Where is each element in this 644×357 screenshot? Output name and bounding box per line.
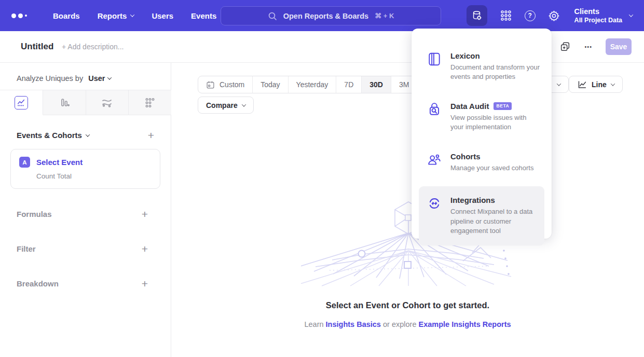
chevron-down-icon bbox=[611, 81, 615, 86]
nav-item-reports[interactable]: Reports bbox=[98, 11, 134, 20]
breakdown-section: Breakdown + bbox=[17, 254, 148, 289]
grid-icon bbox=[500, 9, 512, 22]
analyze-by-dropdown[interactable]: User bbox=[88, 74, 105, 83]
save-button[interactable]: Save bbox=[606, 38, 632, 55]
apps-grid-button[interactable] bbox=[500, 9, 512, 22]
menu-item-lexicon[interactable]: Lexicon Document and transform your even… bbox=[412, 45, 552, 88]
filter-label: Filter bbox=[17, 244, 36, 253]
chart-style-dropdown[interactable]: Line bbox=[569, 76, 623, 93]
nav-icon-group: ? Clients All Project Data bbox=[467, 0, 633, 31]
tab-flow-chart[interactable] bbox=[86, 90, 129, 115]
event-card[interactable]: A Select Event Count Total bbox=[10, 149, 160, 189]
mixpanel-insights-page: Boards Reports Users Events Open Reports… bbox=[0, 0, 644, 357]
cohorts-users-icon bbox=[427, 152, 442, 173]
data-audit-icon bbox=[427, 102, 442, 132]
database-gear-icon bbox=[471, 10, 483, 21]
menu-item-cohorts[interactable]: Cohorts Manage your saved cohorts bbox=[412, 146, 552, 179]
nav-item-events[interactable]: Events bbox=[191, 11, 216, 20]
date-range-today[interactable]: Today bbox=[253, 76, 288, 93]
empty-state: Select an Event or Cohort to get started… bbox=[171, 300, 644, 328]
help-button[interactable]: ? bbox=[525, 10, 536, 21]
nav-item-boards[interactable]: Boards bbox=[53, 11, 80, 20]
example-reports-link[interactable]: Example Insights Reports bbox=[418, 320, 511, 328]
integrations-sync-icon bbox=[427, 196, 442, 236]
add-filter-button[interactable]: + bbox=[142, 243, 148, 254]
insights-basics-link[interactable]: Insights Basics bbox=[326, 320, 381, 328]
data-management-menu: Lexicon Document and transform your even… bbox=[412, 29, 552, 239]
search-shortcut: ⌘ + K bbox=[375, 12, 394, 20]
empty-state-title: Select an Event or Cohort to get started… bbox=[171, 300, 644, 310]
data-management-button[interactable] bbox=[467, 5, 487, 26]
line-chart-icon bbox=[15, 96, 28, 109]
chevron-down-icon bbox=[241, 102, 245, 106]
add-breakdown-button[interactable]: + bbox=[142, 278, 148, 289]
report-title[interactable]: Untitled bbox=[21, 42, 53, 52]
date-range-custom[interactable]: Custom bbox=[198, 76, 253, 93]
event-letter-badge: A bbox=[19, 157, 30, 168]
project-switcher[interactable]: Clients All Project Data bbox=[574, 7, 633, 25]
project-name: All Project Data bbox=[574, 16, 622, 25]
chart-type-tabs bbox=[0, 90, 171, 115]
analyze-uniques-control: Analyze Uniques by User bbox=[17, 74, 171, 83]
report-canvas: Custom Today Yesterday 7D 30D 3M 6M Comp… bbox=[171, 63, 644, 357]
beta-badge: BETA bbox=[494, 102, 512, 110]
chevron-down-icon bbox=[130, 12, 134, 17]
org-name: Clients bbox=[574, 7, 622, 16]
gear-icon bbox=[548, 10, 560, 22]
calendar-icon bbox=[206, 80, 215, 89]
line-chart-icon bbox=[577, 79, 587, 89]
more-options-button[interactable]: ••• bbox=[584, 44, 592, 50]
formulas-label: Formulas bbox=[17, 210, 52, 218]
date-range-7d[interactable]: 7D bbox=[336, 76, 362, 93]
add-formula-button[interactable]: + bbox=[142, 209, 148, 219]
breakdown-label: Breakdown bbox=[17, 279, 59, 288]
menu-item-data-audit[interactable]: Data Audit BETA View possible issues wit… bbox=[412, 95, 552, 139]
date-range-30d[interactable]: 30D bbox=[362, 76, 391, 93]
events-cohorts-title[interactable]: Events & Cohorts bbox=[17, 131, 82, 140]
nav-item-users[interactable]: Users bbox=[152, 11, 173, 20]
chevron-down-icon bbox=[557, 81, 561, 86]
date-range-yesterday[interactable]: Yesterday bbox=[289, 76, 337, 93]
query-sidebar: Analyze Uniques by User bbox=[0, 63, 171, 357]
menu-item-integrations[interactable]: Integrations Connect Mixpanel to a data … bbox=[419, 186, 544, 245]
add-event-button[interactable]: + bbox=[148, 130, 154, 141]
date-range-control: Custom Today Yesterday 7D 30D 3M 6M bbox=[198, 76, 444, 93]
bar-chart-icon bbox=[58, 97, 71, 109]
chevron-down-icon[interactable] bbox=[107, 75, 112, 79]
report-description-field[interactable]: + Add description... bbox=[62, 43, 124, 51]
help-icon: ? bbox=[525, 10, 536, 21]
flow-icon bbox=[101, 97, 113, 109]
select-event-button[interactable]: Select Event bbox=[36, 158, 83, 167]
chevron-down-icon[interactable] bbox=[86, 132, 90, 136]
filter-section: Filter + bbox=[17, 219, 148, 254]
tab-bar-chart[interactable] bbox=[43, 90, 86, 115]
search-icon bbox=[268, 11, 277, 21]
compare-button[interactable]: Compare bbox=[198, 97, 254, 114]
count-type-dropdown[interactable]: Count Total bbox=[36, 172, 152, 180]
formulas-section: Formulas + bbox=[17, 189, 148, 219]
settings-button[interactable] bbox=[548, 10, 560, 22]
chevron-down-icon bbox=[629, 12, 633, 17]
tab-line-chart[interactable] bbox=[0, 90, 43, 115]
duplicate-button[interactable] bbox=[559, 41, 571, 52]
dot-grid-icon bbox=[144, 97, 156, 109]
events-cohorts-header: Events & Cohorts + bbox=[17, 130, 154, 141]
lexicon-book-icon bbox=[427, 51, 442, 82]
search-placeholder: Open Reports & Boards bbox=[283, 12, 368, 20]
global-search-input[interactable]: Open Reports & Boards ⌘ + K bbox=[221, 6, 441, 25]
tab-metric-grid[interactable] bbox=[129, 90, 171, 115]
mixpanel-logo-icon[interactable] bbox=[11, 13, 35, 18]
top-nav: Boards Reports Users Events Open Reports… bbox=[0, 0, 644, 31]
